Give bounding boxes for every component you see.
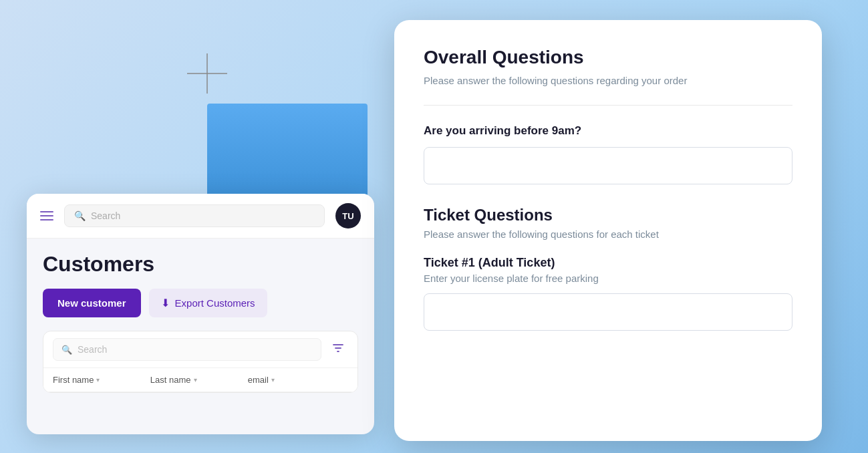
- ticket-questions-title: Ticket Questions: [424, 206, 792, 224]
- nav-search-icon: 🔍: [74, 210, 86, 221]
- user-avatar[interactable]: TU: [335, 203, 361, 229]
- export-customers-button[interactable]: ⬇ Export Customers: [149, 289, 267, 317]
- top-nav-bar: 🔍 Search TU: [27, 194, 374, 239]
- hamburger-menu-button[interactable]: [40, 211, 53, 220]
- questions-panel: Overall Questions Please answer the foll…: [394, 20, 822, 441]
- ticket-questions-subtitle: Please answer the following questions fo…: [424, 229, 792, 240]
- question-arriving-label: Are you arriving before 9am?: [424, 124, 792, 138]
- col-header-first-name[interactable]: First name ▾: [53, 375, 150, 385]
- nav-search-placeholder: Search: [91, 210, 120, 221]
- customers-table: 🔍 Search First name ▾ Last name ▾: [43, 331, 358, 393]
- col-header-email[interactable]: email ▾: [248, 375, 348, 385]
- section-divider-1: [424, 105, 792, 106]
- page-title: Customers: [43, 252, 358, 277]
- action-buttons: New customer ⬇ Export Customers: [43, 289, 358, 317]
- plus-decoration: [187, 53, 227, 96]
- overall-questions-title: Overall Questions: [424, 47, 792, 68]
- download-icon: ⬇: [161, 297, 170, 309]
- table-search-row: 🔍 Search: [43, 331, 357, 368]
- table-search-input[interactable]: 🔍 Search: [53, 338, 321, 361]
- sort-arrow-last-name: ▾: [194, 376, 197, 384]
- customers-panel: 🔍 Search TU Customers New customer ⬇ Exp…: [27, 194, 374, 434]
- ticket-1-title: Ticket #1 (Adult Ticket): [424, 256, 792, 270]
- sort-arrow-email: ▾: [271, 376, 275, 384]
- question-arriving-input[interactable]: [424, 147, 792, 184]
- new-customer-button[interactable]: New customer: [43, 289, 141, 317]
- col-header-last-name[interactable]: Last name ▾: [150, 375, 248, 385]
- ticket-1-license-input[interactable]: [424, 293, 792, 331]
- table-header: First name ▾ Last name ▾ email ▾: [43, 368, 357, 392]
- table-search-icon: 🔍: [61, 345, 72, 355]
- export-customers-label: Export Customers: [175, 297, 255, 309]
- filter-button[interactable]: [328, 338, 348, 361]
- ticket-1-description: Enter your license plate for free parkin…: [424, 273, 792, 284]
- overall-questions-subtitle: Please answer the following questions re…: [424, 73, 792, 89]
- customers-card-body: Customers New customer ⬇ Export Customer…: [27, 239, 374, 406]
- table-search-placeholder: Search: [78, 344, 107, 355]
- sort-arrow-first-name: ▾: [96, 376, 100, 384]
- nav-search-bar[interactable]: 🔍 Search: [64, 204, 325, 227]
